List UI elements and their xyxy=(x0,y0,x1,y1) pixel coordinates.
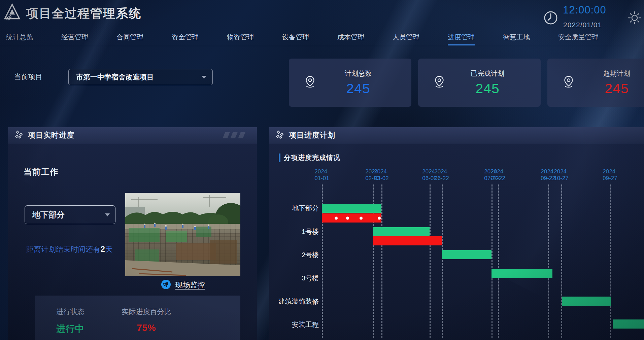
main-nav: 统计总览经营管理合同管理资金管理物资管理设备管理成本管理人员管理进度管理智慧工地… xyxy=(0,30,644,46)
project-select-value: 市第一中学宿舍改造项目 xyxy=(76,72,202,82)
gantt-bar-plan xyxy=(562,297,611,306)
gantt-date-label: 2024- 03-02 xyxy=(374,168,388,182)
stat-card: 已完成计划245 xyxy=(418,59,541,107)
chevron-down-icon xyxy=(105,213,110,216)
nav-tab-统计总览[interactable]: 统计总览 xyxy=(6,30,33,46)
deadline-days: 2 xyxy=(100,245,105,253)
status-col-state: 进行状态 进行中 xyxy=(35,307,106,340)
gantt-row-label: 2号楼 xyxy=(269,250,319,260)
gantt-bar-dot xyxy=(378,216,381,219)
status-value: 75% xyxy=(106,323,187,333)
header-deco-stripes xyxy=(224,132,244,138)
site-monitor-link[interactable]: 现场监控 xyxy=(125,279,240,291)
gantt-bar-plan xyxy=(442,250,492,259)
current-work-heading: 当前工作 xyxy=(24,166,59,177)
monitor-label: 现场监控 xyxy=(175,280,205,290)
location-pin-icon xyxy=(561,74,576,91)
gantt-bar-plan xyxy=(373,227,430,236)
deadline-text: 距离计划结束时间还有2天 xyxy=(26,244,113,254)
gantt-bar-plan xyxy=(322,204,381,213)
gantt-bar-dot xyxy=(346,216,349,219)
gantt-row-label: 3号楼 xyxy=(269,274,319,283)
gantt-date-label: 2024- 09-22 xyxy=(541,168,555,182)
gantt-bar-actual xyxy=(373,236,442,245)
nav-tab-成本管理[interactable]: 成本管理 xyxy=(337,30,364,46)
stat-card-label: 超期计划 xyxy=(580,69,644,78)
stat-card: 计划总数245 xyxy=(289,59,411,107)
gantt-row-label: 安装工程 xyxy=(269,320,319,329)
work-item-select[interactable]: 地下部分 xyxy=(25,205,115,224)
gantt-row-label: 建筑装饰装修 xyxy=(269,297,319,306)
status-value: 进行中 xyxy=(35,323,106,335)
panel-title: 项目实时进度 xyxy=(28,130,74,140)
gantt-bar-actual xyxy=(322,213,381,223)
chevron-down-icon xyxy=(202,76,206,79)
nav-tab-资金管理[interactable]: 资金管理 xyxy=(172,30,199,46)
gantt-gridline xyxy=(430,184,431,338)
project-select[interactable]: 市第一中学宿舍改造项目 xyxy=(68,69,213,85)
gantt-date-label: 2024- 09-27 xyxy=(603,168,617,182)
gantt-date-label: 2024- 10-27 xyxy=(554,168,568,182)
nav-tab-物资管理[interactable]: 物资管理 xyxy=(227,30,254,46)
nav-tab-设备管理[interactable]: 设备管理 xyxy=(282,30,309,46)
gantt-gridline xyxy=(561,184,562,338)
location-pin-icon xyxy=(302,74,318,91)
gantt-gridline xyxy=(442,184,443,338)
gantt-row-label: 1号楼 xyxy=(269,227,319,236)
realtime-progress-panel: 项目实时进度 当前工作 地下部分 距离计划结束时间还有2天 xyxy=(8,127,257,340)
gantt-gridline xyxy=(548,184,549,338)
gantt-date-label: 2024- 06-22 xyxy=(434,168,449,182)
gantt-bar-dot xyxy=(360,216,363,219)
stat-card-value: 245 xyxy=(450,81,524,97)
diamond-cluster-icon xyxy=(14,130,24,141)
gantt-gridline xyxy=(610,184,611,338)
gantt-gridline xyxy=(498,184,499,338)
work-item-value: 地下部分 xyxy=(32,209,105,220)
app-title: 项目全过程管理系统 xyxy=(26,5,141,22)
nav-tab-智慧工地[interactable]: 智慧工地 xyxy=(503,30,530,46)
app-logo-icon xyxy=(3,3,22,23)
gantt-date-label: 2024- 01-01 xyxy=(314,168,329,182)
status-col-percent: 实际进度百分比 75% xyxy=(106,307,187,340)
dashboard-root: 项目全过程管理系统 12:00:00 2022/01/01 统计总览经营管理合同… xyxy=(0,0,644,340)
nav-tab-合同管理[interactable]: 合同管理 xyxy=(116,30,143,46)
sun-theme-icon[interactable] xyxy=(628,11,642,26)
nav-tab-进度管理[interactable]: 进度管理 xyxy=(448,30,475,46)
clock-icon xyxy=(543,10,558,27)
clock-time: 12:00:00 xyxy=(563,4,606,16)
gantt-bar-plan xyxy=(492,269,552,278)
stat-cards: 计划总数245 已完成计划245 超期计划245 xyxy=(289,59,644,107)
status-label: 实际进度百分比 xyxy=(106,307,187,316)
stat-card-value: 245 xyxy=(321,81,395,97)
gantt-chart: 2024- 01-012024- 02-232024- 03-022024- 0… xyxy=(269,127,644,340)
gantt-bar-plan xyxy=(613,319,644,329)
status-label: 进行状态 xyxy=(35,307,106,316)
gantt-row-label: 地下部分 xyxy=(269,204,319,213)
status-box: 进行状态 进行中 实际进度百分比 75% xyxy=(35,296,240,340)
site-photo xyxy=(125,193,240,276)
clock-date: 2022/01/01 xyxy=(563,21,602,29)
panel-header: 项目实时进度 xyxy=(8,127,257,143)
location-pin-icon xyxy=(432,74,447,91)
schedule-plan-panel: 项目进度计划 分项进度完成情况 2024- 01-012024- 02-2320… xyxy=(269,127,644,340)
camera-icon xyxy=(161,279,171,291)
stat-card-value: 245 xyxy=(580,81,644,97)
gantt-date-label: 2024- 07-22 xyxy=(490,168,505,182)
stat-card-label: 计划总数 xyxy=(321,69,395,78)
nav-tab-安全质量管理[interactable]: 安全质量管理 xyxy=(558,30,599,46)
stat-card-label: 已完成计划 xyxy=(450,69,524,78)
nav-tab-经营管理[interactable]: 经营管理 xyxy=(61,30,88,46)
stat-card: 超期计划245 xyxy=(547,59,644,107)
gantt-gridline xyxy=(381,184,382,338)
gantt-bar-dot xyxy=(335,216,338,219)
current-project-label: 当前项目 xyxy=(14,72,42,81)
nav-tab-人员管理[interactable]: 人员管理 xyxy=(393,30,419,46)
gantt-gridline xyxy=(492,184,493,338)
